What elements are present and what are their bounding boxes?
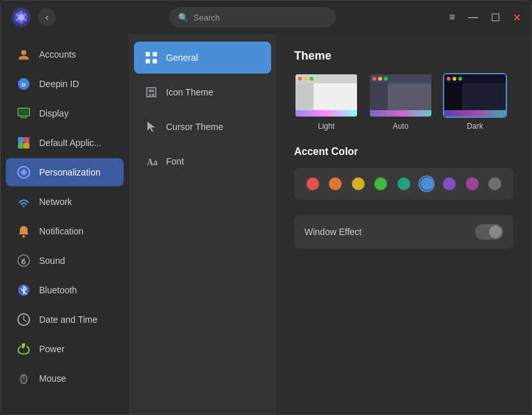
svg-point-29 xyxy=(149,94,151,96)
search-icon: 🔍 xyxy=(178,13,188,22)
sidebar: Accounts D Deepin ID Display Default App… xyxy=(1,34,129,415)
sidebar-item-bluetooth[interactable]: Bluetooth xyxy=(6,276,124,304)
back-button[interactable]: ‹ xyxy=(38,8,56,26)
svg-rect-11 xyxy=(24,143,29,149)
theme-card-auto[interactable]: Auto xyxy=(369,73,433,131)
app-logo-icon xyxy=(11,7,31,28)
theme-options: Light xyxy=(294,73,513,131)
display-icon xyxy=(16,106,31,121)
minimize-button[interactable]: — xyxy=(468,12,478,23)
window-effect-label: Window Effect xyxy=(304,227,362,237)
close-button[interactable]: ✕ xyxy=(513,12,521,24)
svg-point-15 xyxy=(23,206,25,208)
sidebar-item-sound[interactable]: Sound xyxy=(6,247,124,275)
svg-marker-31 xyxy=(147,122,155,132)
svg-text:Aa: Aa xyxy=(147,158,158,167)
accent-color-blue[interactable] xyxy=(419,175,435,192)
hamburger-button[interactable]: ≡ xyxy=(449,12,455,23)
svg-point-14 xyxy=(22,171,25,174)
content-panel: Theme xyxy=(276,34,531,415)
general-icon xyxy=(144,51,158,65)
toggle-knob xyxy=(489,225,502,238)
maximize-button[interactable]: ☐ xyxy=(491,12,500,24)
svg-point-3 xyxy=(21,50,26,55)
theme-section-title: Theme xyxy=(294,49,513,63)
notification-icon xyxy=(16,224,31,239)
svg-rect-10 xyxy=(18,143,24,149)
icon-theme-icon xyxy=(144,85,158,99)
power-icon xyxy=(16,341,31,357)
svg-point-16 xyxy=(22,235,25,238)
middle-panel: General Icon Theme Cursor Theme Aa Font xyxy=(129,34,276,415)
svg-point-24 xyxy=(21,375,27,384)
svg-rect-26 xyxy=(153,52,157,56)
theme-light-label: Light xyxy=(318,122,335,131)
svg-rect-9 xyxy=(24,137,29,143)
accent-color-gray[interactable] xyxy=(487,175,504,192)
svg-rect-21 xyxy=(22,343,25,346)
sidebar-item-notification[interactable]: Notification xyxy=(6,217,124,245)
mouse-icon xyxy=(16,371,31,386)
sidebar-item-power[interactable]: Power xyxy=(6,335,124,363)
deepin-id-icon: D xyxy=(16,76,31,92)
middle-item-icon-theme[interactable]: Icon Theme xyxy=(134,76,271,108)
font-icon: Aa xyxy=(144,154,158,168)
window-effect-toggle[interactable] xyxy=(475,224,503,240)
sidebar-item-default-applic[interactable]: Default Applic... xyxy=(6,129,124,157)
svg-point-30 xyxy=(152,94,154,96)
theme-dark-label: Dark xyxy=(467,122,483,131)
search-bar[interactable]: 🔍 Search xyxy=(169,7,336,28)
accent-section: Accent Color xyxy=(294,146,513,200)
bluetooth-icon xyxy=(16,282,31,298)
middle-item-cursor-theme[interactable]: Cursor Theme xyxy=(134,111,271,143)
svg-text:D: D xyxy=(22,82,26,88)
middle-item-general[interactable]: General xyxy=(134,42,271,74)
middle-item-font[interactable]: Aa Font xyxy=(134,145,271,177)
accent-colors-container xyxy=(294,168,513,200)
svg-rect-28 xyxy=(153,59,157,63)
theme-card-light[interactable]: Light xyxy=(294,73,358,131)
accent-section-title: Accent Color xyxy=(294,146,513,158)
theme-card-dark[interactable]: Dark xyxy=(443,73,507,131)
accent-color-red[interactable] xyxy=(304,175,321,192)
svg-rect-27 xyxy=(145,59,150,63)
theme-preview-light xyxy=(294,73,358,118)
app-window: ‹ 🔍 Search ≡ — ☐ ✕ xyxy=(0,0,532,415)
window-effect-row: Window Effect xyxy=(294,215,513,248)
search-placeholder: Search xyxy=(194,13,220,22)
date-and-time-icon xyxy=(16,312,31,327)
accent-color-teal[interactable] xyxy=(395,175,412,192)
svg-rect-7 xyxy=(19,110,28,115)
personalization-icon xyxy=(16,165,31,180)
titlebar-controls: ≡ — ☐ ✕ xyxy=(449,12,521,24)
sidebar-item-date-and-time[interactable]: Date and Time xyxy=(6,305,124,334)
accent-color-orange[interactable] xyxy=(328,175,344,192)
sidebar-item-mouse[interactable]: Mouse xyxy=(6,364,124,393)
sidebar-item-accounts[interactable]: Accounts xyxy=(6,40,124,69)
titlebar-left: ‹ xyxy=(11,7,56,28)
network-icon xyxy=(16,194,31,209)
cursor-theme-icon xyxy=(144,120,158,134)
main-layout: Accounts D Deepin ID Display Default App… xyxy=(1,34,531,415)
default-applic-icon xyxy=(16,135,31,151)
titlebar: ‹ 🔍 Search ≡ — ☐ ✕ xyxy=(1,1,531,34)
theme-preview-auto xyxy=(369,73,433,118)
accent-color-violet[interactable] xyxy=(464,175,481,192)
theme-preview-dark xyxy=(443,73,507,118)
accounts-icon xyxy=(16,47,31,62)
svg-rect-25 xyxy=(145,52,150,56)
sidebar-item-deepin-id[interactable]: D Deepin ID xyxy=(6,70,124,98)
accent-color-yellow[interactable] xyxy=(350,175,367,192)
theme-auto-label: Auto xyxy=(393,122,409,131)
sidebar-item-network[interactable]: Network xyxy=(6,188,124,216)
accent-color-purple[interactable] xyxy=(441,175,458,192)
accent-color-green[interactable] xyxy=(373,175,390,192)
sidebar-item-personalization[interactable]: Personalization xyxy=(6,158,124,186)
sidebar-item-display[interactable]: Display xyxy=(6,99,124,127)
sound-icon xyxy=(16,253,31,268)
svg-rect-8 xyxy=(18,137,24,143)
